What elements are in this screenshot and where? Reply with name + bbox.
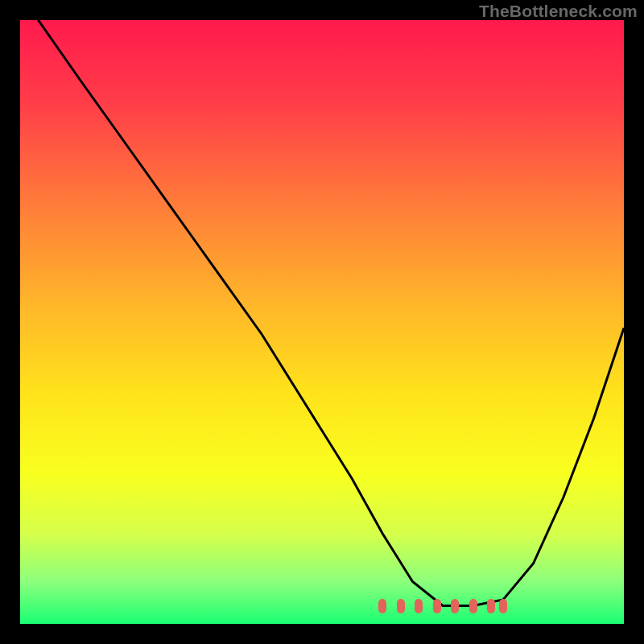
optimal-marker <box>378 599 386 613</box>
optimal-marker <box>499 599 507 613</box>
optimal-marker <box>451 599 459 613</box>
optimal-marker <box>415 599 423 613</box>
optimal-marker <box>397 599 405 613</box>
optimal-marker <box>487 599 495 613</box>
plot-area <box>20 20 624 624</box>
optimal-zone <box>20 20 624 624</box>
chart-container: TheBottleneck.com <box>0 0 644 644</box>
optimal-marker <box>469 599 477 613</box>
optimal-marker <box>433 599 441 613</box>
watermark-text: TheBottleneck.com <box>479 2 638 21</box>
